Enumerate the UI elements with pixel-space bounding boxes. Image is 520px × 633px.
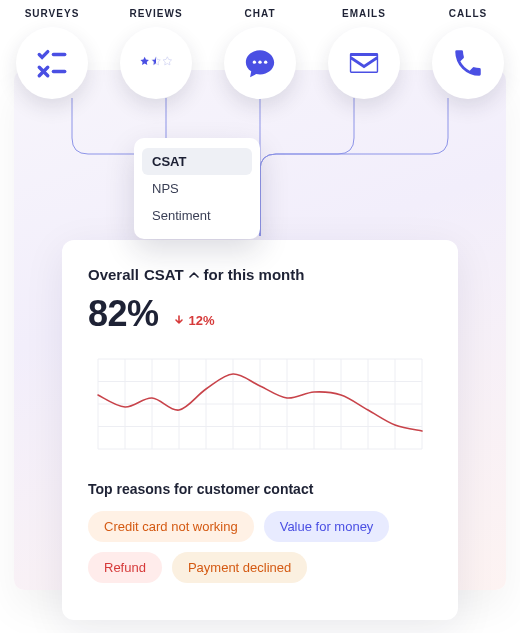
csat-trend-chart (88, 349, 432, 459)
channel-reviews[interactable]: REVIEWS (110, 8, 202, 118)
delta-badge: 12% (173, 313, 215, 328)
title-metric: CSAT (144, 266, 184, 283)
card-title: Overall CSAT for this month (88, 266, 432, 283)
channel-label: CALLS (449, 8, 487, 19)
channel-chat[interactable]: CHAT (214, 8, 306, 118)
reason-chip[interactable]: Payment declined (172, 552, 307, 583)
dropdown-item-csat[interactable]: CSAT (142, 148, 252, 175)
channel-surveys[interactable]: SURVEYS (6, 8, 98, 118)
channel-row: SURVEYS REVIEWS CHA (0, 8, 520, 118)
title-pre: Overall (88, 266, 139, 283)
metric-row: 82% 12% (88, 293, 432, 335)
chat-icon (224, 27, 296, 99)
delta-value: 12% (189, 313, 215, 328)
svg-point-6 (258, 60, 261, 63)
metric-value: 82% (88, 293, 159, 335)
chevron-up-icon[interactable] (189, 266, 199, 283)
emails-icon (328, 27, 400, 99)
title-post: for this month (204, 266, 305, 283)
arrow-down-icon (173, 314, 185, 326)
calls-icon (432, 27, 504, 99)
channel-label: EMAILS (342, 8, 386, 19)
channel-calls[interactable]: CALLS (422, 8, 514, 118)
metric-dropdown[interactable]: CSAT NPS Sentiment (134, 138, 260, 239)
reason-chip[interactable]: Refund (88, 552, 162, 583)
channel-emails[interactable]: EMAILS (318, 8, 410, 118)
reviews-icon (120, 27, 192, 99)
channel-label: SURVEYS (25, 8, 80, 19)
reason-chip[interactable]: Value for money (264, 511, 390, 542)
dropdown-item-sentiment[interactable]: Sentiment (142, 202, 252, 229)
surveys-icon (16, 27, 88, 99)
dropdown-item-nps[interactable]: NPS (142, 175, 252, 202)
reason-chip[interactable]: Credit card not working (88, 511, 254, 542)
svg-point-7 (264, 60, 267, 63)
reason-chip-list: Credit card not workingValue for moneyRe… (88, 511, 432, 583)
csat-card: Overall CSAT for this month 82% 12% Top … (62, 240, 458, 620)
channel-label: CHAT (244, 8, 275, 19)
section-title: Top reasons for customer contact (88, 481, 432, 497)
svg-point-5 (253, 60, 256, 63)
channel-label: REVIEWS (129, 8, 182, 19)
